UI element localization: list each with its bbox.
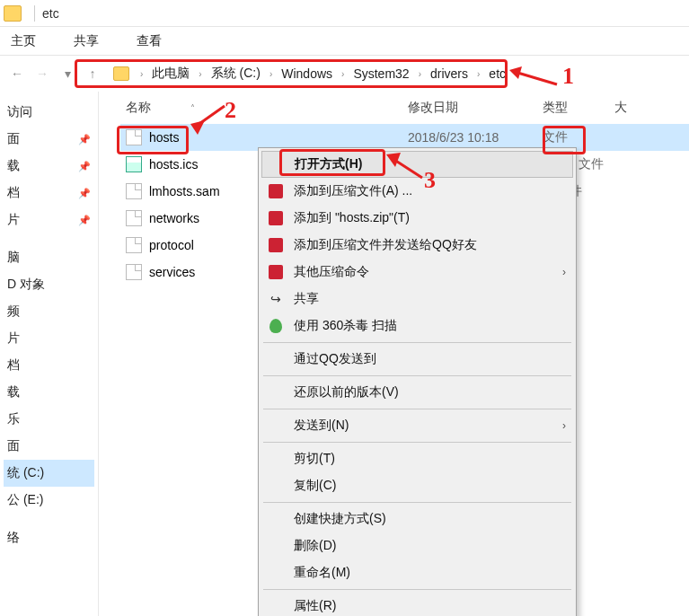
column-type[interactable]: 类型 bbox=[543, 100, 614, 116]
sidebar-item[interactable]: 面 bbox=[4, 433, 94, 460]
blank-icon bbox=[267, 350, 285, 368]
menu-restore-prev[interactable]: 还原以前的版本(V) bbox=[261, 379, 573, 406]
menu-add-send-qq[interactable]: 添加到压缩文件并发送给QQ好友 bbox=[261, 232, 573, 259]
sidebar-item-label: 公 (E:) bbox=[7, 492, 43, 508]
sidebar-item[interactable]: 公 (E:) bbox=[4, 487, 94, 514]
zip-icon bbox=[267, 182, 285, 200]
menu-scan-360[interactable]: 使用 360杀毒 扫描 bbox=[261, 312, 573, 339]
sidebar-item[interactable]: D 对象 bbox=[4, 271, 94, 298]
forward-button[interactable]: → bbox=[32, 64, 52, 84]
sidebar-item[interactable]: 片 bbox=[4, 325, 94, 352]
menu-shortcut[interactable]: 创建快捷方式(S) bbox=[261, 506, 573, 532]
file-name: networks bbox=[149, 211, 199, 225]
blank-icon bbox=[267, 510, 285, 528]
menu-cut[interactable]: 剪切(T) bbox=[261, 445, 573, 472]
sidebar-item-label: 络 bbox=[7, 530, 20, 546]
sidebar-item[interactable]: 访问 bbox=[4, 99, 94, 126]
sidebar-item-label: 档 bbox=[7, 185, 20, 201]
menu-label: 重命名(M) bbox=[294, 565, 566, 581]
column-label: 名称 bbox=[126, 100, 151, 116]
sidebar-item[interactable]: 档 bbox=[4, 352, 94, 379]
menu-separator bbox=[263, 442, 571, 443]
column-headers: 名称˄ 修改日期 类型 大 bbox=[120, 92, 689, 124]
breadcrumb-part[interactable]: System32 bbox=[349, 65, 412, 83]
menu-open-with[interactable]: 打开方式(H) bbox=[261, 151, 573, 178]
menu-copy[interactable]: 复制(C) bbox=[261, 472, 573, 499]
breadcrumb-part[interactable]: Windows bbox=[278, 65, 336, 83]
sidebar-item[interactable] bbox=[4, 514, 94, 524]
pin-icon: 📌 bbox=[78, 161, 91, 172]
sidebar-item[interactable]: 载 bbox=[4, 379, 94, 406]
file-icon bbox=[126, 264, 142, 280]
breadcrumb-part[interactable]: etc bbox=[485, 65, 509, 83]
menu-properties[interactable]: 属性(R) bbox=[261, 593, 573, 616]
recent-dropdown[interactable]: ▾ bbox=[57, 64, 77, 84]
file-name: hosts.ics bbox=[149, 157, 198, 172]
sidebar-item[interactable] bbox=[4, 233, 94, 244]
blank-icon bbox=[268, 155, 286, 173]
menu-label: 添加到压缩文件(A) ... bbox=[294, 183, 566, 199]
file-icon bbox=[126, 129, 142, 145]
menu-separator bbox=[263, 409, 571, 409]
context-menu: 打开方式(H) 添加到压缩文件(A) ... 添加到 "hosts.zip"(T… bbox=[258, 147, 577, 616]
tab-home[interactable]: 主页 bbox=[2, 30, 45, 53]
sidebar-item-label: 统 (C:) bbox=[7, 465, 44, 481]
chevron-right-icon: › bbox=[264, 69, 278, 79]
window-title: etc bbox=[42, 6, 59, 21]
breadcrumb-part[interactable]: 此电脑 bbox=[148, 64, 193, 84]
share-icon bbox=[267, 290, 285, 308]
menu-share[interactable]: 共享 bbox=[261, 286, 573, 312]
file-name: protocol bbox=[149, 238, 194, 252]
sidebar-item-label: 面 bbox=[7, 131, 20, 147]
tab-share[interactable]: 共享 bbox=[65, 30, 108, 53]
sidebar-item[interactable]: 载📌 bbox=[4, 153, 94, 180]
sidebar-item[interactable]: 频 bbox=[4, 298, 94, 325]
chevron-right-icon: › bbox=[413, 69, 427, 79]
menu-label: 其他压缩命令 bbox=[294, 264, 553, 280]
sidebar-item[interactable]: 片📌 bbox=[4, 207, 94, 233]
folder-icon bbox=[113, 66, 129, 81]
ribbon-tabs: 主页 共享 查看 bbox=[0, 27, 689, 56]
shield-icon bbox=[267, 317, 285, 335]
menu-rename[interactable]: 重命名(M) bbox=[261, 559, 573, 586]
sidebar-item-label: 访问 bbox=[7, 104, 32, 120]
sidebar-item[interactable]: 络 bbox=[4, 524, 94, 551]
menu-label: 属性(R) bbox=[294, 598, 566, 614]
up-button[interactable]: ↑ bbox=[83, 64, 102, 84]
chevron-right-icon: › bbox=[336, 69, 349, 79]
column-size[interactable]: 大 bbox=[614, 100, 641, 116]
chevron-right-icon: › bbox=[562, 266, 566, 278]
blank-icon bbox=[267, 417, 285, 435]
sidebar-item[interactable]: 面📌 bbox=[4, 126, 94, 153]
file-type: 文件 bbox=[543, 129, 641, 145]
column-date[interactable]: 修改日期 bbox=[408, 100, 543, 116]
menu-send-qq[interactable]: 通过QQ发送到 bbox=[261, 346, 573, 373]
back-button[interactable]: ← bbox=[7, 64, 27, 84]
sidebar-item[interactable]: 脑 bbox=[4, 244, 94, 271]
breadcrumb-part[interactable]: drivers bbox=[427, 65, 472, 83]
tab-view[interactable]: 查看 bbox=[128, 30, 171, 53]
breadcrumb[interactable]: › 此电脑 › 系统 (C:) › Windows › System32 › d… bbox=[108, 60, 682, 87]
menu-separator bbox=[263, 375, 571, 376]
menu-add-archive[interactable]: 添加到压缩文件(A) ... bbox=[261, 178, 573, 205]
menu-label: 打开方式(H) bbox=[295, 156, 565, 172]
sidebar-item-label: 脑 bbox=[7, 250, 20, 266]
file-name: hosts bbox=[149, 130, 179, 145]
column-name[interactable]: 名称˄ bbox=[120, 100, 408, 116]
menu-add-hosts-zip[interactable]: 添加到 "hosts.zip"(T) bbox=[261, 205, 573, 232]
file-icon bbox=[126, 210, 142, 226]
file-name: services bbox=[149, 265, 195, 279]
sidebar-item[interactable]: 档📌 bbox=[4, 180, 94, 207]
pin-icon: 📌 bbox=[78, 215, 91, 226]
menu-label: 添加到 "hosts.zip"(T) bbox=[294, 210, 566, 226]
chevron-right-icon: › bbox=[562, 419, 566, 432]
blank-icon bbox=[267, 564, 285, 582]
sidebar-item-label: 档 bbox=[7, 357, 20, 374]
breadcrumb-part[interactable]: 系统 (C:) bbox=[208, 64, 264, 84]
menu-label: 使用 360杀毒 扫描 bbox=[294, 318, 566, 334]
menu-delete[interactable]: 删除(D) bbox=[261, 532, 573, 559]
sidebar-item[interactable]: 乐 bbox=[4, 406, 94, 433]
menu-send-to[interactable]: 发送到(N)› bbox=[261, 412, 573, 439]
menu-other-zip[interactable]: 其他压缩命令› bbox=[261, 259, 573, 286]
sidebar-item[interactable]: 统 (C:) bbox=[4, 460, 94, 487]
